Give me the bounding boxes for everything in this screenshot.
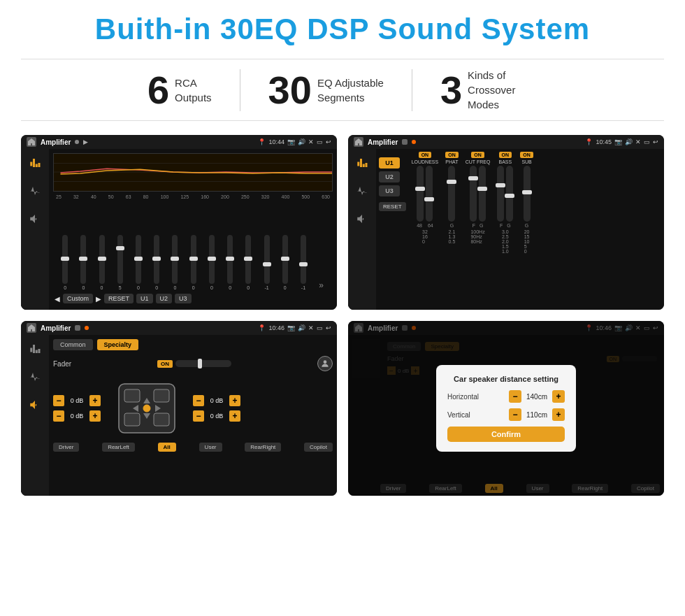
prev-button[interactable]: ◀ <box>55 295 60 303</box>
speaker-icon[interactable] <box>27 210 43 227</box>
fader-app-title: Amplifier <box>41 324 71 332</box>
vol-plus-bl[interactable]: + <box>89 410 101 422</box>
fader-main-area: Common Specialty Fader ON <box>49 335 337 496</box>
sub-toggle[interactable]: ON <box>520 152 533 158</box>
loudness-toggle[interactable]: ON <box>419 152 432 158</box>
left-vol-group: − 0 dB + − 0 dB + <box>53 395 101 422</box>
close-icon: ✕ <box>308 138 314 145</box>
eq-icon-2[interactable] <box>354 155 370 171</box>
eq-slider-3: 5 <box>117 235 123 290</box>
u3-btn[interactable]: U3 <box>379 185 400 196</box>
u2-button[interactable]: U2 <box>156 294 173 303</box>
stat-eq: 30 EQ Adjustable Segments <box>240 71 412 110</box>
bass-toggle[interactable]: ON <box>499 152 512 158</box>
fader-h-thumb <box>198 359 202 368</box>
phat-label-g: G <box>450 223 454 228</box>
eq-slider-2: 0 <box>99 235 105 290</box>
eq-icon-3[interactable] <box>27 341 43 357</box>
vol-minus-tr[interactable]: − <box>193 395 204 406</box>
car-diagram <box>105 377 189 440</box>
bass-slider-f[interactable] <box>497 166 504 222</box>
play-button[interactable]: ▶ <box>96 295 101 303</box>
cutfreq-toggle[interactable]: ON <box>471 152 484 158</box>
eq-slider-8: 0 <box>209 235 215 290</box>
common-tab[interactable]: Common <box>53 339 93 350</box>
fader-content: Common Specialty Fader ON <box>21 335 337 496</box>
svg-point-9 <box>143 405 150 412</box>
confirm-button[interactable]: Confirm <box>447 427 565 442</box>
rec-icon <box>402 139 408 145</box>
wave-icon-2[interactable] <box>354 182 370 199</box>
rec-icon-3 <box>75 325 80 331</box>
vol-plus-tl[interactable]: + <box>89 395 101 406</box>
vol-plus-tr[interactable]: + <box>229 395 240 406</box>
speaker-icon-3[interactable] <box>27 396 43 413</box>
vol-minus-tl[interactable]: − <box>53 395 64 406</box>
u1-button[interactable]: U1 <box>136 294 153 303</box>
vol-plus-br[interactable]: + <box>229 410 240 422</box>
horizontal-plus-btn[interactable]: + <box>552 390 565 403</box>
eq-slider-10: 0 <box>245 235 251 290</box>
sub-scale: 20151050 <box>524 229 530 254</box>
phat-scale: 2.11.30.5 <box>449 229 456 244</box>
eq-icon[interactable] <box>27 155 43 171</box>
wave-icon-3[interactable] <box>27 368 43 385</box>
specialty-tab[interactable]: Specialty <box>97 339 139 350</box>
loudness-group: ON LOUDNESS <box>412 152 439 254</box>
loudness-slider-1[interactable] <box>417 166 424 222</box>
dialog-overlay: Car speaker distance setting Horizontal … <box>348 321 664 496</box>
loudness-slider-2[interactable] <box>426 166 433 222</box>
u2-btn[interactable]: U2 <box>379 171 400 182</box>
cutfreq-label: CUT FREQ <box>466 159 491 164</box>
home-icon-2[interactable] <box>354 137 363 147</box>
vol-minus-bl[interactable]: − <box>53 410 64 422</box>
stat-number-rca: 6 <box>147 71 169 110</box>
vertical-minus-btn[interactable]: − <box>509 408 521 421</box>
cutfreq-slider-f[interactable] <box>470 166 477 222</box>
phat-label: PHAT <box>445 159 458 164</box>
horizontal-minus-btn[interactable]: − <box>509 390 521 403</box>
profile-icon[interactable] <box>317 356 333 371</box>
screen-dialog: Amplifier 📍 10:46 📷 🔊 ✕ ▭ ↩ <box>348 321 664 496</box>
crossover-content: U1 U2 U3 RESET ON LOUDNESS <box>348 149 664 310</box>
eq-slider-6: 0 <box>172 235 178 290</box>
rearright-btn[interactable]: RearRight <box>245 443 281 452</box>
bass-slider-g[interactable] <box>506 166 513 222</box>
vertical-plus-btn[interactable]: + <box>552 408 565 421</box>
sub-slider[interactable] <box>524 166 531 222</box>
custom-button[interactable]: Custom <box>63 294 93 303</box>
vol-minus-br[interactable]: − <box>193 410 204 422</box>
dialog-vertical-val: 110cm <box>524 411 549 419</box>
volume-icon-3: 🔊 <box>298 324 305 331</box>
eq-sliders: 0 0 0 <box>53 201 333 292</box>
speaker-icon-2[interactable] <box>354 210 370 227</box>
eq-freq-labels: 25 32 40 50 63 80 100 125 160 200 250 32… <box>53 194 333 199</box>
back-icon-2: ↩ <box>653 138 658 145</box>
location-icon: 📍 <box>258 138 266 145</box>
vol-car-row: − 0 dB + − 0 dB + <box>53 377 333 440</box>
home-icon[interactable] <box>27 137 36 147</box>
fader-h-slider[interactable] <box>175 360 231 367</box>
right-vol-group: − 0 dB + − 0 dB + <box>193 395 240 422</box>
reset-button[interactable]: RESET <box>104 294 134 303</box>
bass-sliders <box>497 166 513 222</box>
copilot-btn[interactable]: Copilot <box>304 443 333 452</box>
fader-toggle[interactable]: ON <box>157 360 173 368</box>
all-btn[interactable]: All <box>158 443 176 452</box>
driver-btn[interactable]: Driver <box>53 443 79 452</box>
eq-slider-5: 0 <box>154 235 159 290</box>
svg-rect-6 <box>154 389 169 402</box>
cutfreq-slider-g[interactable] <box>479 166 486 222</box>
phat-slider[interactable] <box>448 166 455 222</box>
cross-reset-btn[interactable]: RESET <box>379 202 406 211</box>
user-btn[interactable]: User <box>199 443 222 452</box>
home-icon-3[interactable] <box>27 323 36 333</box>
rearleft-btn[interactable]: RearLeft <box>102 443 135 452</box>
fader-bottom-row: Driver RearLeft All User RearRight Copil… <box>53 443 333 452</box>
u3-button[interactable]: U3 <box>175 294 192 303</box>
phat-toggle[interactable]: ON <box>445 152 459 158</box>
u1-btn[interactable]: U1 <box>379 157 400 169</box>
dialog-vertical-val-row: − 110cm + <box>509 408 565 421</box>
volume-icon: 🔊 <box>298 138 305 145</box>
wave-icon[interactable] <box>27 182 43 199</box>
